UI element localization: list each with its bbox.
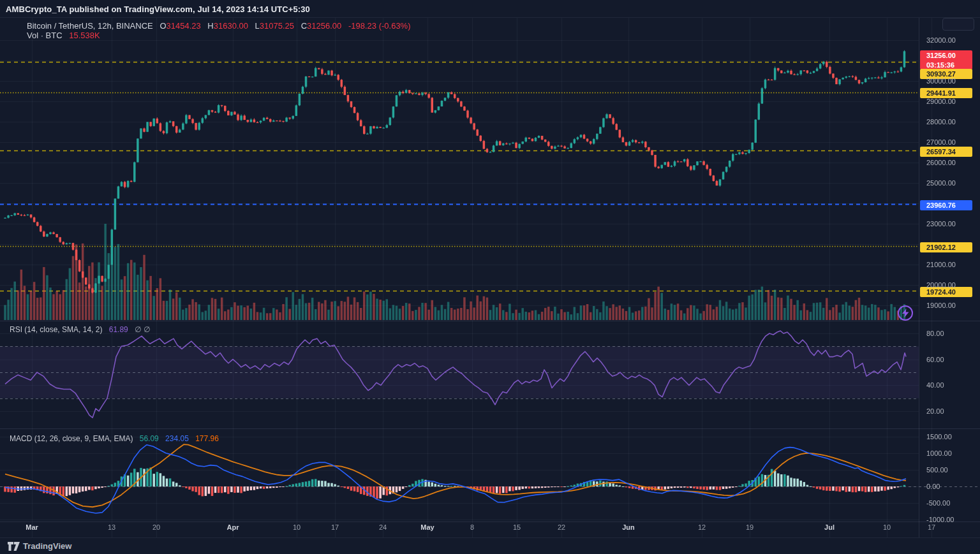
volume-label: Vol · BTC (27, 31, 63, 40)
time-axis-label: 24 (379, 523, 387, 531)
quick-trade-button[interactable] (898, 305, 913, 321)
last-price: 31256.00 (926, 51, 972, 61)
time-axis-label: 17 (928, 523, 935, 531)
time-axis-label: 12 (698, 523, 706, 531)
time-axis-label: 10 (883, 523, 891, 531)
volume-legend: Vol · BTC 15.538K (27, 31, 100, 40)
price-axis-label: 21000.00 (926, 260, 956, 269)
price-axis-label: 32000.00 (926, 36, 956, 45)
time-axis-label: 15 (513, 523, 521, 531)
axis-settings-box[interactable] (942, 18, 974, 31)
time-axis-label: Jun (622, 523, 635, 531)
symbol-title[interactable]: Bitcoin / TetherUS, 12h, BINANCE (27, 21, 153, 31)
low-label: L (255, 21, 260, 31)
price-axis-label: 29000.00 (926, 97, 956, 106)
time-axis-label: May (420, 523, 434, 531)
time-axis-label: 10 (293, 523, 301, 531)
open-label: O (160, 21, 166, 31)
time-axis-label: Mar (26, 523, 38, 531)
time-axis-label: 8 (470, 523, 474, 531)
high-label: H (207, 21, 213, 31)
chart-canvas[interactable] (0, 0, 980, 554)
rsi-label[interactable]: RSI (14, close, SMA, 14, 2) (10, 325, 102, 334)
macd-axis-label: 0.00 (926, 482, 940, 491)
time-axis-label: 20 (152, 523, 160, 531)
tradingview-brand[interactable]: TradingView (23, 538, 71, 554)
rsi-legend: RSI (14, close, SMA, 14, 2) 61.89 ∅ ∅ (10, 325, 150, 334)
low-value: 31075.25 (260, 21, 294, 31)
rsi-axis-label: 60.00 (926, 355, 944, 364)
rsi-axis-label: 80.00 (926, 329, 944, 338)
time-axis-label: Apr (227, 523, 239, 531)
price-axis-label: 28000.00 (926, 117, 956, 126)
price-axis-label: 25000.00 (926, 179, 956, 187)
time-axis-label: Jul (824, 523, 835, 531)
time-axis-label: 17 (331, 523, 339, 531)
publish-line: AMBCrypto_TA published on TradingView.co… (6, 4, 310, 14)
macd-signal-value: 177.96 (195, 434, 219, 443)
price-axis-label: 20000.00 (926, 281, 956, 289)
price-axis-label: 26000.00 (926, 158, 956, 167)
close-label: C (301, 21, 307, 31)
volume-value: 15.538K (69, 31, 100, 40)
macd-axis-label: -500.00 (926, 499, 950, 507)
time-axis-label: 13 (108, 523, 115, 531)
macd-axis-label: 1500.00 (926, 432, 952, 441)
price-axis-label: 30000.00 (926, 77, 956, 85)
price-axis-label: 19000.00 (926, 301, 956, 310)
macd-legend: MACD (12, 26, close, 9, EMA, EMA) 56.09 … (10, 434, 219, 443)
change-value: -198.23 (-0.63%) (348, 21, 411, 31)
rsi-axis-label: 20.00 (926, 407, 944, 416)
macd-axis-label: 500.00 (926, 465, 948, 474)
tradingview-chart-window: AMBCrypto_TA published on TradingView.co… (0, 0, 980, 554)
level-badge-23960: 23960.76 (920, 200, 972, 210)
close-value: 31256.00 (307, 21, 341, 31)
tradingview-logo-icon[interactable] (8, 542, 20, 551)
open-value: 31454.23 (167, 21, 201, 31)
level-badge-21902: 21902.12 (920, 242, 972, 252)
macd-axis-label: 1000.00 (926, 449, 952, 458)
rsi-value: 61.89 (109, 325, 128, 334)
symbol-legend: Bitcoin / TetherUS, 12h, BINANCE O31454.… (27, 21, 411, 31)
rsi-axis-label: 40.00 (926, 381, 944, 390)
price-axis-label: 27000.00 (926, 138, 956, 147)
footer-bar: TradingView (0, 537, 980, 554)
high-value: 31630.00 (214, 21, 248, 31)
lightning-icon (902, 309, 909, 317)
macd-histogram-value: 56.09 (140, 434, 159, 443)
last-price-badge: 31256.00 03:15:36 (920, 50, 972, 69)
time-axis-label: 19 (746, 523, 754, 531)
time-axis-label: 22 (558, 523, 565, 531)
macd-label[interactable]: MACD (12, 26, close, 9, EMA, EMA) (10, 434, 133, 443)
level-badge-26597: 26597.34 (920, 147, 972, 157)
rsi-hidden-values: ∅ ∅ (135, 325, 150, 334)
price-axis-label: 23000.00 (926, 219, 956, 228)
publish-bar: AMBCrypto_TA published on TradingView.co… (0, 0, 980, 18)
macd-line-value: 234.05 (165, 434, 189, 443)
